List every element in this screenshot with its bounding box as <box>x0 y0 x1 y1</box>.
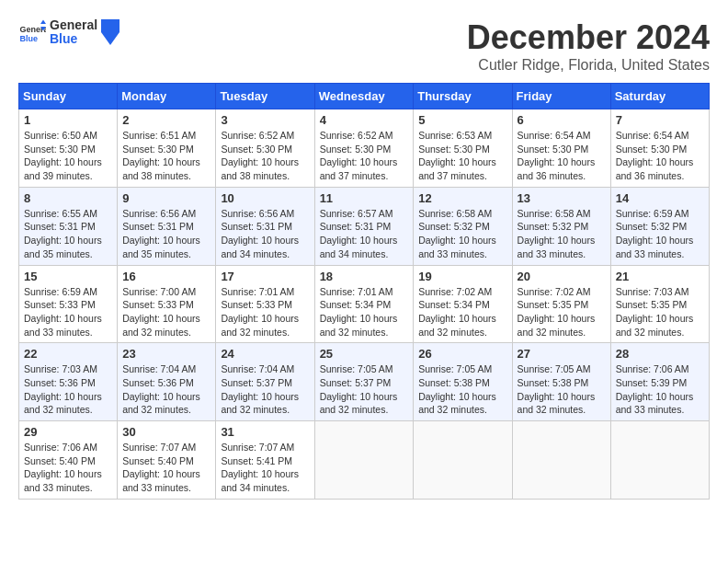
calendar-day-cell: 12 Sunrise: 6:58 AMSunset: 5:32 PMDaylig… <box>414 187 512 265</box>
day-info: Sunrise: 6:59 AMSunset: 5:32 PMDaylight:… <box>616 207 704 261</box>
calendar-day-cell: 17 Sunrise: 7:01 AMSunset: 5:33 PMDaylig… <box>216 265 314 343</box>
day-info: Sunrise: 7:05 AMSunset: 5:37 PMDaylight:… <box>320 362 409 417</box>
calendar-day-cell: 28 Sunrise: 7:06 AMSunset: 5:39 PMDaylig… <box>610 343 709 421</box>
day-info: Sunrise: 6:55 AMSunset: 5:31 PMDaylight:… <box>24 207 112 261</box>
title-area: December 2024 Cutler Ridge, Florida, Uni… <box>467 18 710 74</box>
svg-marker-4 <box>101 19 119 45</box>
day-number: 19 <box>418 270 506 283</box>
logo-text-blue: Blue <box>50 32 97 46</box>
day-number: 11 <box>320 191 409 205</box>
day-info: Sunrise: 7:02 AMSunset: 5:34 PMDaylight:… <box>418 285 506 339</box>
calendar-table: SundayMondayTuesdayWednesdayThursdayFrid… <box>18 83 710 500</box>
day-info: Sunrise: 7:06 AMSunset: 5:40 PMDaylight:… <box>24 441 112 495</box>
calendar-day-cell: 22 Sunrise: 7:03 AMSunset: 5:36 PMDaylig… <box>19 343 118 421</box>
calendar-week-row: 22 Sunrise: 7:03 AMSunset: 5:36 PMDaylig… <box>19 343 710 421</box>
day-info: Sunrise: 6:59 AMSunset: 5:33 PMDaylight:… <box>24 285 112 339</box>
day-number: 6 <box>518 113 606 127</box>
day-info: Sunrise: 7:03 AMSunset: 5:35 PMDaylight:… <box>616 285 704 339</box>
calendar-day-cell <box>512 421 610 500</box>
calendar-day-cell: 6 Sunrise: 6:54 AMSunset: 5:30 PMDayligh… <box>512 109 610 188</box>
day-info: Sunrise: 7:01 AMSunset: 5:34 PMDaylight:… <box>320 285 409 339</box>
day-info: Sunrise: 6:52 AMSunset: 5:30 PMDaylight:… <box>320 129 409 183</box>
calendar-day-cell: 9 Sunrise: 6:56 AMSunset: 5:31 PMDayligh… <box>118 187 216 265</box>
day-number: 16 <box>122 270 210 283</box>
day-info: Sunrise: 7:04 AMSunset: 5:36 PMDaylight:… <box>122 362 210 417</box>
day-info: Sunrise: 7:02 AMSunset: 5:35 PMDaylight:… <box>518 285 606 339</box>
weekday-header: Sunday <box>19 84 118 109</box>
calendar-day-cell: 16 Sunrise: 7:00 AMSunset: 5:33 PMDaylig… <box>118 265 216 343</box>
svg-text:Blue: Blue <box>20 34 39 43</box>
day-number: 13 <box>518 191 606 205</box>
calendar-day-cell: 23 Sunrise: 7:04 AMSunset: 5:36 PMDaylig… <box>118 343 216 421</box>
calendar-day-cell: 13 Sunrise: 6:58 AMSunset: 5:32 PMDaylig… <box>512 187 610 265</box>
day-info: Sunrise: 7:00 AMSunset: 5:33 PMDaylight:… <box>122 285 210 339</box>
calendar-day-cell: 25 Sunrise: 7:05 AMSunset: 5:37 PMDaylig… <box>314 343 414 421</box>
day-number: 1 <box>24 113 112 127</box>
day-info: Sunrise: 6:54 AMSunset: 5:30 PMDaylight:… <box>616 129 704 183</box>
calendar-day-cell: 2 Sunrise: 6:51 AMSunset: 5:30 PMDayligh… <box>118 109 216 188</box>
day-info: Sunrise: 7:05 AMSunset: 5:38 PMDaylight:… <box>518 362 606 417</box>
calendar-week-row: 29 Sunrise: 7:06 AMSunset: 5:40 PMDaylig… <box>19 421 710 500</box>
calendar-day-cell: 24 Sunrise: 7:04 AMSunset: 5:37 PMDaylig… <box>216 343 314 421</box>
calendar-day-cell: 5 Sunrise: 6:53 AMSunset: 5:30 PMDayligh… <box>414 109 512 188</box>
day-number: 27 <box>518 347 606 361</box>
day-number: 29 <box>24 425 112 439</box>
day-number: 15 <box>24 270 112 283</box>
calendar-day-cell: 20 Sunrise: 7:02 AMSunset: 5:35 PMDaylig… <box>512 265 610 343</box>
calendar-day-cell: 30 Sunrise: 7:07 AMSunset: 5:40 PMDaylig… <box>118 421 216 500</box>
calendar-header-row: SundayMondayTuesdayWednesdayThursdayFrid… <box>19 84 710 109</box>
day-number: 9 <box>122 191 210 205</box>
day-number: 8 <box>24 191 112 205</box>
svg-marker-2 <box>40 20 46 25</box>
day-info: Sunrise: 6:56 AMSunset: 5:31 PMDaylight:… <box>122 207 210 261</box>
calendar-day-cell: 10 Sunrise: 6:56 AMSunset: 5:31 PMDaylig… <box>216 187 314 265</box>
calendar-day-cell: 1 Sunrise: 6:50 AMSunset: 5:30 PMDayligh… <box>19 109 118 188</box>
day-info: Sunrise: 7:07 AMSunset: 5:40 PMDaylight:… <box>122 441 210 495</box>
calendar-day-cell <box>610 421 709 500</box>
calendar-day-cell: 3 Sunrise: 6:52 AMSunset: 5:30 PMDayligh… <box>216 109 314 188</box>
day-info: Sunrise: 6:50 AMSunset: 5:30 PMDaylight:… <box>24 129 112 183</box>
calendar-day-cell: 15 Sunrise: 6:59 AMSunset: 5:33 PMDaylig… <box>19 265 118 343</box>
day-number: 24 <box>221 347 309 361</box>
day-info: Sunrise: 6:51 AMSunset: 5:30 PMDaylight:… <box>122 129 210 183</box>
logo-arrow-icon <box>101 19 119 45</box>
day-number: 2 <box>122 113 210 127</box>
weekday-header: Friday <box>512 84 610 109</box>
day-number: 7 <box>616 113 704 127</box>
day-info: Sunrise: 6:52 AMSunset: 5:30 PMDaylight:… <box>221 129 309 183</box>
day-number: 23 <box>122 347 210 361</box>
day-number: 5 <box>418 113 506 127</box>
day-number: 22 <box>24 347 112 361</box>
logo: General Blue General Blue <box>18 18 119 47</box>
day-number: 12 <box>418 191 506 205</box>
day-number: 17 <box>221 270 309 283</box>
weekday-header: Thursday <box>414 84 512 109</box>
calendar-day-cell: 8 Sunrise: 6:55 AMSunset: 5:31 PMDayligh… <box>19 187 118 265</box>
day-number: 28 <box>616 347 704 361</box>
logo-text-general: General <box>50 18 97 32</box>
calendar-day-cell: 18 Sunrise: 7:01 AMSunset: 5:34 PMDaylig… <box>314 265 414 343</box>
calendar-day-cell: 4 Sunrise: 6:52 AMSunset: 5:30 PMDayligh… <box>314 109 414 188</box>
day-number: 14 <box>616 191 704 205</box>
day-info: Sunrise: 6:54 AMSunset: 5:30 PMDaylight:… <box>518 129 606 183</box>
day-info: Sunrise: 6:57 AMSunset: 5:31 PMDaylight:… <box>320 207 409 261</box>
day-number: 3 <box>221 113 309 127</box>
logo-icon: General Blue <box>18 18 46 46</box>
calendar-day-cell: 31 Sunrise: 7:07 AMSunset: 5:41 PMDaylig… <box>216 421 314 500</box>
calendar-day-cell: 27 Sunrise: 7:05 AMSunset: 5:38 PMDaylig… <box>512 343 610 421</box>
calendar-week-row: 1 Sunrise: 6:50 AMSunset: 5:30 PMDayligh… <box>19 109 710 188</box>
day-info: Sunrise: 7:04 AMSunset: 5:37 PMDaylight:… <box>221 362 309 417</box>
day-number: 26 <box>418 347 506 361</box>
day-number: 25 <box>320 347 409 361</box>
month-title: December 2024 <box>467 18 710 57</box>
day-number: 20 <box>518 270 606 283</box>
calendar-day-cell: 11 Sunrise: 6:57 AMSunset: 5:31 PMDaylig… <box>314 187 414 265</box>
day-info: Sunrise: 7:05 AMSunset: 5:38 PMDaylight:… <box>418 362 506 417</box>
day-info: Sunrise: 6:58 AMSunset: 5:32 PMDaylight:… <box>518 207 606 261</box>
day-info: Sunrise: 6:53 AMSunset: 5:30 PMDaylight:… <box>418 129 506 183</box>
day-number: 10 <box>221 191 309 205</box>
day-info: Sunrise: 7:01 AMSunset: 5:33 PMDaylight:… <box>221 285 309 339</box>
calendar-day-cell <box>414 421 512 500</box>
location-title: Cutler Ridge, Florida, United States <box>467 57 710 74</box>
svg-text:General: General <box>20 25 47 34</box>
